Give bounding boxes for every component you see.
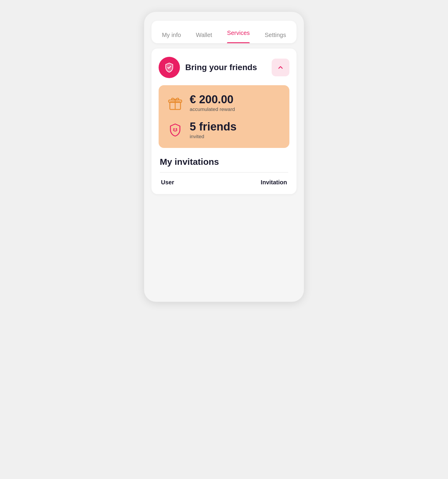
- col-invitation: Invitation: [261, 179, 287, 186]
- gift-icon: [167, 95, 183, 111]
- friends-label: invited: [190, 134, 236, 140]
- gift-icon-container: [167, 95, 183, 111]
- friends-text: 5 friends invited: [190, 121, 236, 140]
- shield-logo: [159, 57, 180, 78]
- tab-wallet[interactable]: Wallet: [191, 29, 217, 43]
- reward-value: € 200.00: [190, 93, 235, 106]
- section-header-left: Bring your friends: [159, 57, 257, 78]
- svg-point-3: [175, 128, 177, 130]
- tab-bar: My info Wallet Services Settings: [152, 21, 296, 43]
- phone-container: My info Wallet Services Settings Bring: [144, 12, 304, 302]
- reward-text: € 200.00 accumulated reward: [190, 93, 235, 112]
- stats-card: € 200.00 accumulated reward 5 friends: [159, 85, 289, 148]
- chevron-up-icon: [277, 64, 284, 71]
- table-header: User Invitation: [160, 179, 288, 186]
- shield-logo-icon: [164, 62, 175, 73]
- main-card: Bring your friends: [152, 49, 296, 194]
- invitations-section: My invitations User Invitation: [159, 157, 289, 186]
- invitations-title: My invitations: [160, 157, 288, 167]
- collapse-button[interactable]: [272, 59, 289, 76]
- friends-value: 5 friends: [190, 121, 236, 133]
- col-user: User: [161, 179, 174, 186]
- tab-services[interactable]: Services: [222, 27, 255, 43]
- section-header: Bring your friends: [159, 57, 289, 78]
- shield-friends-icon: [167, 122, 183, 138]
- section-title: Bring your friends: [185, 63, 257, 72]
- shield-friends-icon-container: [167, 122, 183, 138]
- svg-point-2: [173, 128, 175, 130]
- tab-settings[interactable]: Settings: [259, 29, 291, 43]
- tab-active-indicator: [227, 42, 250, 43]
- reward-label: accumulated reward: [190, 107, 235, 112]
- friends-row: 5 friends invited: [167, 121, 281, 140]
- tab-my-info[interactable]: My info: [157, 29, 186, 43]
- reward-row: € 200.00 accumulated reward: [167, 93, 281, 112]
- divider: [160, 172, 288, 172]
